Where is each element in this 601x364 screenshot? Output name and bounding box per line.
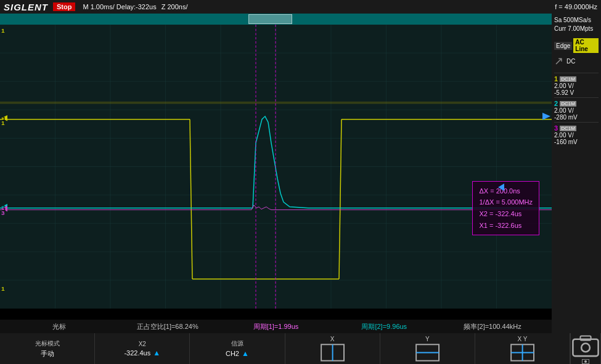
zoom-display: Z 200ns/ (161, 3, 188, 10)
camera-icon (571, 333, 600, 358)
sample-rate: Sa 500MSa/s (554, 16, 599, 25)
x-cursor-button[interactable]: X (285, 333, 380, 364)
ch3-volts-div: 2.00 V/ (554, 132, 599, 139)
grid-canvas: 1 2 3 1 1 3 1 (0, 25, 552, 309)
memory-depth: Curr 7.00Mpts (554, 25, 599, 33)
right-panel: Sa 500MSa/s Curr 7.00Mpts Edge AC Line ↗… (552, 14, 601, 334)
status-label: 光标 (5, 322, 113, 331)
y-cursor-label: Y (425, 336, 430, 342)
x2-button[interactable]: X2 -322.4us ▲ (95, 333, 190, 364)
x2-label: X2 (139, 341, 146, 347)
ch3-number: 3 (554, 124, 558, 132)
brand-logo: SIGLENT (4, 2, 48, 12)
trigger-type: Edge (554, 42, 572, 50)
ch2-coupling: DC1M (560, 101, 576, 107)
period2: 周期[2]=9.96us (330, 322, 438, 331)
period1: 周期[1]=1.99us (222, 322, 330, 331)
cursor-mode-label: 光标模式 (35, 339, 60, 348)
svg-text:3: 3 (1, 209, 5, 216)
camera-button[interactable] (570, 333, 601, 364)
svg-text:1: 1 (1, 285, 5, 292)
trigger-coupling: DC (565, 57, 577, 65)
y-cursor-icon (383, 344, 472, 362)
xy-cursor-button[interactable]: X Y (475, 333, 570, 364)
y-cursor-button[interactable]: Y (380, 333, 475, 364)
top-bar: SIGLENT Stop M 1.00ms/ Delay:-322us Z 20… (0, 0, 601, 14)
stop-button[interactable]: Stop (53, 2, 75, 11)
ch2-offset: -280 mV (554, 114, 599, 121)
source-arrow-icon: ▲ (242, 349, 249, 358)
ch2-volts-div: 2.00 V/ (554, 107, 599, 114)
x-cursor-icon (288, 344, 377, 362)
ch1-number: 1 (554, 75, 558, 83)
ch1-settings: 1 DC1M 2.00 V/ -5.92 V (554, 73, 599, 96)
trigger-source: AC Line (573, 38, 599, 53)
source-value: CH2 (226, 350, 239, 357)
x2-value: -322.4us (124, 349, 150, 357)
ch1-offset: -5.92 V (554, 89, 599, 96)
timebase-display: M 1.00ms/ Delay:-322us (83, 3, 156, 10)
ch2-number: 2 (554, 100, 558, 107)
source-label: 信源 (231, 339, 243, 348)
status-bar: 光标 正占空比[1]=68.24% 周期[1]=1.99us 周期[2]=9.9… (0, 320, 552, 333)
ch2-settings: 2 DC1M 2.00 V/ -280 mV (554, 97, 599, 121)
ch1-volts-div: 2.00 V/ (554, 83, 599, 89)
duty-cycle: 正占空比[1]=68.24% (113, 322, 222, 331)
svg-text:1: 1 (1, 119, 5, 126)
svg-rect-42 (580, 336, 591, 341)
cursor-mode-button[interactable]: 光标模式 手动 (0, 333, 95, 364)
cursor-tooltip-arrow (498, 184, 504, 191)
x-cursor-label: X (330, 336, 335, 342)
svg-point-41 (581, 344, 590, 352)
frequency-display: f = 49.0000Hz (555, 3, 597, 10)
ch3-offset: -160 mV (554, 139, 599, 145)
svg-text:1: 1 (1, 28, 5, 34)
sample-rate-section: Sa 500MSa/s Curr 7.00Mpts (554, 16, 599, 33)
ch3-settings: 3 DC1M 2.00 V/ -160 mV (554, 122, 599, 145)
control-bar: 光标模式 手动 X2 -322.4us ▲ 信源 CH2 ▲ X Y X Y (0, 333, 601, 364)
oscilloscope-display: 1 2 3 1 1 3 1 ΔX = 200.0ns 1/ΔX = 5.000M… (0, 25, 552, 309)
source-button[interactable]: 信源 CH2 ▲ (190, 333, 285, 364)
freq2: 频率[2]=100.44kHz (438, 322, 547, 331)
cursor-mode-value: 手动 (41, 349, 54, 358)
nav-indicator (248, 14, 293, 24)
ch1-coupling: DC1M (560, 76, 576, 82)
navigation-strip (0, 14, 552, 25)
trigger-section: Edge AC Line ↗ DC (554, 38, 599, 68)
xy-cursor-icon (478, 344, 567, 362)
svg-rect-40 (573, 339, 598, 356)
xy-cursor-label: X Y (517, 336, 527, 342)
ch3-coupling: DC1M (560, 126, 576, 131)
x2-arrow-icon: ▲ (153, 349, 160, 357)
